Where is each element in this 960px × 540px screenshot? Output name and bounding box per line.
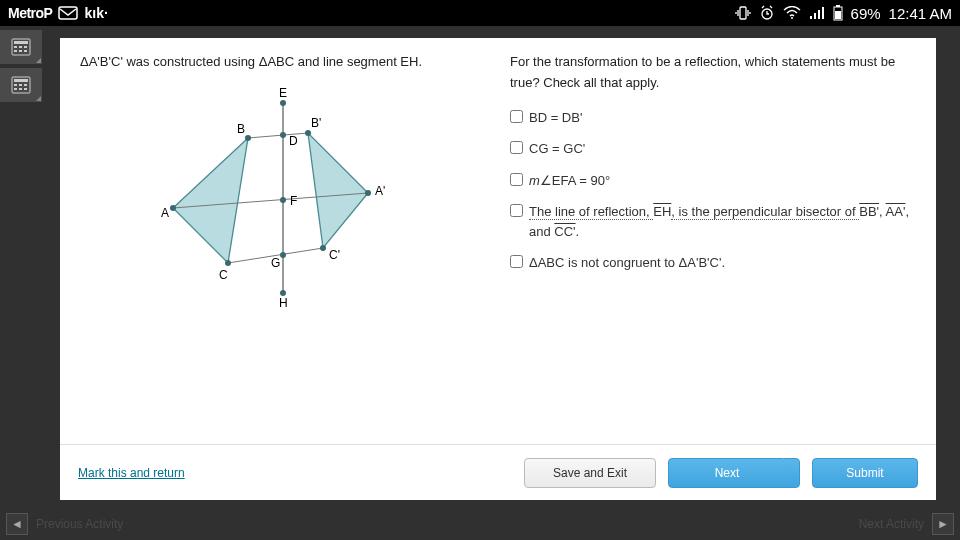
save-exit-button[interactable]: Save and Exit [524,458,656,488]
option-5[interactable]: ΔABC is not congruent to ΔA'B'C'. [510,253,916,273]
svg-rect-22 [19,84,22,86]
svg-rect-17 [19,50,22,52]
svg-marker-29 [308,133,368,248]
calculator-tool-button[interactable] [0,30,42,64]
svg-point-3 [791,17,793,19]
svg-point-41 [365,190,371,196]
expand-corner-icon [36,96,41,101]
svg-point-35 [280,197,286,203]
svg-rect-26 [24,88,27,90]
svg-rect-6 [818,10,820,19]
option-4[interactable]: The line of reflection, EH, is the perpe… [510,202,916,241]
next-activity-label: Next Activity [859,517,924,531]
svg-text:H: H [279,296,288,310]
expand-corner-icon [36,58,41,63]
option-5-label: ΔABC is not congruent to ΔA'B'C'. [529,253,725,273]
svg-text:D: D [289,134,298,148]
svg-marker-28 [173,138,248,263]
wifi-icon [783,6,801,20]
svg-rect-14 [19,46,22,48]
prev-activity-label: Previous Activity [36,517,123,531]
mail-icon [58,6,78,20]
svg-rect-12 [14,41,28,44]
svg-text:B': B' [311,116,321,130]
option-4-label: The line of reflection, EH, is the perpe… [529,202,916,241]
svg-text:C': C' [329,248,340,262]
svg-line-30 [248,133,308,138]
svg-text:F: F [290,194,297,208]
app-label: kık· [84,5,107,21]
option-3-label: m∠EFA = 90° [529,171,610,191]
svg-rect-4 [810,16,812,19]
svg-rect-15 [24,46,27,48]
calculator-tool-button-2[interactable] [0,68,42,102]
option-1-checkbox[interactable] [510,110,523,123]
svg-text:C: C [219,268,228,282]
svg-point-34 [280,132,286,138]
left-column: ΔA'B'C' was constructed using ΔABC and l… [80,52,486,434]
option-1[interactable]: BD = DB' [510,108,916,128]
android-status-bar: MetroP kık· 69% 12:41 AM [0,0,960,26]
svg-text:G: G [271,256,280,270]
svg-rect-7 [822,7,824,19]
question-prompt: For the transformation to be a reflectio… [510,52,916,94]
construction-prompt: ΔA'B'C' was constructed using ΔABC and l… [80,52,486,73]
svg-rect-24 [14,88,17,90]
next-activity-button[interactable]: ► [932,513,954,535]
svg-rect-21 [14,84,17,86]
option-2-label: CG = GC' [529,139,585,159]
next-button[interactable]: Next [668,458,800,488]
svg-point-43 [320,245,326,251]
svg-rect-1 [740,7,746,19]
svg-rect-16 [14,50,17,52]
option-4-checkbox[interactable] [510,204,523,217]
clock-time: 12:41 AM [889,5,952,22]
svg-text:A': A' [375,184,385,198]
svg-rect-0 [59,7,77,19]
carrier-label: MetroP [8,5,52,21]
svg-rect-25 [19,88,22,90]
option-2[interactable]: CG = GC' [510,139,916,159]
prev-activity-button[interactable]: ◄ [6,513,28,535]
battery-icon [833,5,843,21]
app-viewport: ΔA'B'C' was constructed using ΔABC and l… [0,26,960,540]
svg-point-42 [305,130,311,136]
svg-text:E: E [279,86,287,100]
option-3[interactable]: m∠EFA = 90° [510,171,916,191]
option-3-checkbox[interactable] [510,173,523,186]
question-card: ΔA'B'C' was constructed using ΔABC and l… [60,38,936,500]
activity-nav: ◄ Previous Activity Next Activity ► [0,508,960,540]
option-5-checkbox[interactable] [510,255,523,268]
svg-text:B: B [237,122,245,136]
mark-return-link[interactable]: Mark this and return [78,466,185,480]
svg-rect-5 [814,13,816,19]
svg-rect-13 [14,46,17,48]
svg-rect-10 [835,11,841,19]
submit-button[interactable]: Submit [812,458,918,488]
svg-rect-20 [14,79,28,82]
alarm-icon [759,5,775,21]
svg-point-39 [245,135,251,141]
vibrate-icon [735,5,751,21]
option-1-label: BD = DB' [529,108,582,128]
geometry-diagram: E D F G H A B C A' B' C' [80,83,486,313]
svg-point-40 [225,260,231,266]
svg-rect-18 [24,50,27,52]
answer-options: BD = DB' CG = GC' m∠EFA = 90° The line o… [510,108,916,273]
svg-point-36 [280,252,286,258]
svg-rect-23 [24,84,27,86]
option-2-checkbox[interactable] [510,141,523,154]
right-column: For the transformation to be a reflectio… [510,52,916,434]
svg-text:A: A [161,206,169,220]
tool-sidebar [0,26,60,102]
svg-point-33 [280,100,286,106]
svg-point-38 [170,205,176,211]
card-footer: Mark this and return Save and Exit Next … [60,444,936,500]
signal-icon [809,6,825,20]
battery-percent: 69% [851,5,881,22]
